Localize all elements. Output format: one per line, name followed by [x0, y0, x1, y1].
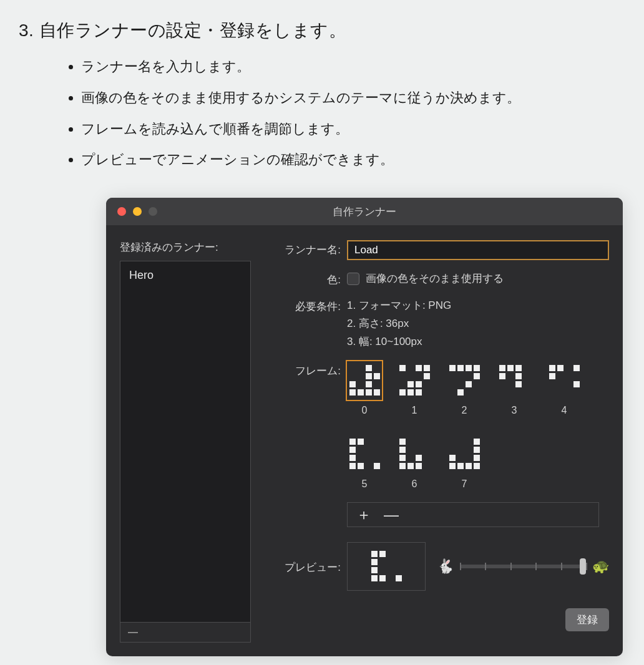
slider-thumb[interactable] [580, 558, 586, 575]
frame-thumbnail-4[interactable] [547, 361, 582, 400]
frame-thumbnail-7[interactable] [447, 435, 482, 473]
add-frame-button[interactable]: ＋ [356, 507, 371, 522]
frame-grid: 0 1 [347, 361, 609, 490]
use-original-color-checkbox[interactable] [347, 273, 359, 285]
doc-heading: 3. 自作ランナーの設定・登録をします。 [19, 19, 625, 42]
frame-thumbnail-0[interactable] [347, 361, 382, 400]
requirements-label: 必要条件: [268, 297, 341, 314]
frame-label: 6 [412, 478, 417, 490]
remove-icon [128, 632, 138, 633]
runner-name-input[interactable] [347, 240, 609, 260]
frame-controls: ＋ — [347, 502, 599, 527]
frame-label: 3 [512, 405, 517, 416]
frame-label: 7 [462, 478, 467, 490]
list-item[interactable]: Hero [129, 268, 242, 283]
frame-thumbnail-2[interactable] [447, 361, 482, 400]
registered-runners-label: 登録済みのランナー: [120, 240, 251, 255]
doc-bullet: 画像の色をそのまま使用するかシステムのテーマに従うか決めます。 [81, 85, 625, 111]
fast-icon: 🐇 [437, 558, 454, 575]
slow-icon: 🐢 [592, 558, 609, 575]
requirement-item: 3. 幅: 10~100px [347, 333, 609, 351]
register-button[interactable]: 登録 [565, 608, 609, 631]
doc-bullet: ランナー名を入力します。 [81, 54, 625, 80]
requirement-item: 1. フォーマット: PNG [347, 297, 609, 315]
titlebar: 自作ランナー [106, 198, 623, 225]
frames-label: フレーム: [268, 361, 341, 378]
custom-runner-window: 自作ランナー 登録済みのランナー: Hero ランナー名: 色: [106, 198, 623, 656]
frame-thumbnail-3[interactable] [497, 361, 532, 400]
frame-thumbnail-1[interactable] [397, 361, 432, 400]
frame-label: 4 [562, 405, 567, 416]
requirement-item: 2. 高さ: 36px [347, 315, 609, 333]
speed-slider[interactable] [460, 565, 586, 568]
list-remove-bar[interactable] [120, 623, 251, 643]
frame-label: 2 [462, 405, 467, 416]
preview-label: プレビュー: [268, 558, 341, 575]
frame-thumbnail-6[interactable] [397, 435, 432, 473]
remove-frame-button[interactable]: — [384, 507, 399, 522]
frame-label: 0 [362, 405, 368, 416]
color-label: 色: [268, 270, 341, 287]
color-option-label: 画像の色をそのまま使用する [366, 271, 504, 286]
doc-bullet: プレビューでアニメーションの確認ができます。 [81, 147, 625, 173]
doc-bullet: フレームを読み込んで順番を調節します。 [81, 116, 625, 142]
window-title: 自作ランナー [106, 205, 623, 219]
doc-bullet-list: ランナー名を入力します。 画像の色をそのまま使用するかシステムのテーマに従うか決… [19, 54, 625, 173]
frame-label: 1 [412, 405, 417, 416]
registered-runner-list[interactable]: Hero [120, 261, 251, 623]
preview-box [347, 542, 426, 591]
requirements-list: 1. フォーマット: PNG 2. 高さ: 36px 3. 幅: 10~100p… [347, 297, 609, 351]
runner-name-label: ランナー名: [268, 240, 341, 257]
frame-thumbnail-5[interactable] [347, 435, 382, 473]
frame-label: 5 [362, 478, 368, 490]
